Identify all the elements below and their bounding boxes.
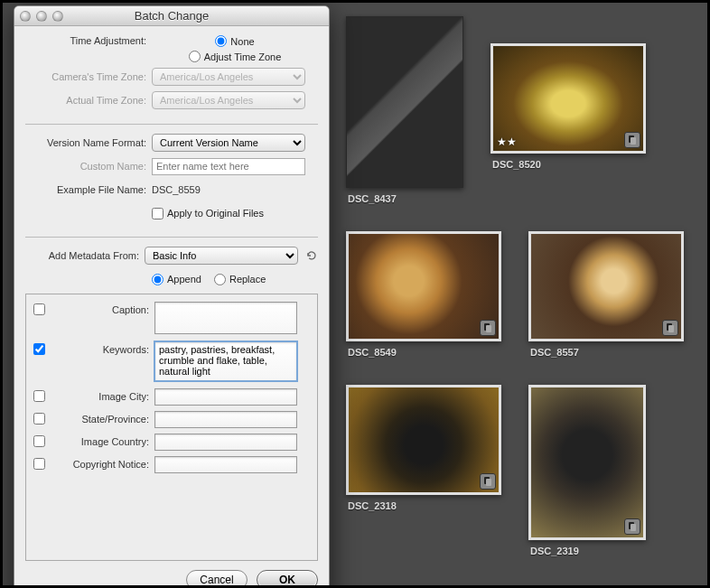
add-metadata-from-label: Add Metadata From:	[25, 250, 145, 261]
ok-button[interactable]: OK	[257, 570, 318, 588]
svg-rect-1	[631, 137, 636, 145]
actual-time-zone-select[interactable]: America/Los Angeles	[152, 91, 305, 109]
thumbnail-item[interactable]: ★★ DSC_8520	[490, 43, 646, 204]
keywords-label: Keywords:	[55, 341, 154, 355]
add-metadata-from-select[interactable]: Basic Info	[145, 247, 298, 265]
metadata-badge-icon	[480, 473, 496, 490]
caption-label: Caption:	[55, 302, 154, 315]
example-file-name-label: Example File Name:	[25, 184, 152, 195]
actual-time-zone-label: Actual Time Zone:	[25, 95, 152, 106]
caption-checkbox[interactable]	[33, 303, 45, 315]
thumbnail-label: DSC_8549	[346, 347, 501, 358]
image-country-input[interactable]	[154, 434, 297, 451]
copyright-checkbox[interactable]	[33, 458, 45, 470]
image-city-input[interactable]	[154, 388, 297, 406]
minimize-icon[interactable]	[36, 11, 47, 22]
copyright-label: Copyright Notice:	[55, 456, 154, 470]
batch-change-dialog: Batch Change Time Adjustment: None Adjus…	[14, 5, 330, 588]
radio-adjust-time-zone[interactable]: Adjust Time Zone	[189, 51, 282, 62]
example-file-name-value: DSC_8559	[152, 184, 201, 195]
svg-rect-7	[486, 479, 491, 486]
state-province-input[interactable]	[154, 411, 297, 428]
thumbnail-label: DSC_8557	[528, 347, 684, 358]
custom-name-label: Custom Name:	[25, 161, 152, 172]
thumbnail-item[interactable]: DSC_8557	[528, 231, 684, 358]
zoom-icon[interactable]	[52, 11, 63, 22]
cancel-button[interactable]: Cancel	[186, 570, 248, 588]
image-country-label: Image Country:	[55, 434, 154, 447]
thumbnail-label: DSC_8520	[490, 159, 646, 170]
titlebar: Batch Change	[14, 6, 329, 26]
image-country-checkbox[interactable]	[33, 435, 45, 447]
camera-time-zone-label: Camera's Time Zone:	[25, 71, 152, 82]
svg-rect-3	[486, 325, 491, 332]
metadata-badge-icon	[480, 320, 496, 336]
thumbnail-item[interactable]: DSC_8437	[346, 16, 463, 204]
dialog-title: Batch Change	[63, 9, 280, 23]
apply-to-original-checkbox[interactable]: Apply to Original Files	[152, 208, 264, 219]
state-province-checkbox[interactable]	[33, 413, 45, 425]
radio-append[interactable]: Append	[152, 274, 201, 285]
thumbnail-label: DSC_2319	[528, 546, 646, 556]
svg-rect-5	[668, 325, 674, 332]
state-province-label: State/Province:	[55, 411, 154, 425]
metadata-badge-icon	[624, 132, 640, 148]
keywords-input[interactable]: pastry, pastries, breakfast, crumble and…	[154, 341, 297, 381]
thumbnail-item[interactable]: DSC_2319	[528, 385, 646, 556]
close-icon[interactable]	[20, 11, 31, 22]
radio-replace[interactable]: Replace	[214, 274, 266, 285]
keywords-checkbox[interactable]	[33, 343, 45, 355]
thumbnail-item[interactable]: DSC_2318	[346, 385, 501, 556]
svg-rect-9	[631, 524, 636, 531]
rating-stars: ★★	[497, 135, 517, 148]
image-city-checkbox[interactable]	[33, 390, 45, 402]
reset-metadata-icon[interactable]	[305, 249, 318, 262]
caption-input[interactable]	[154, 302, 297, 334]
version-name-format-label: Version Name Format:	[25, 137, 152, 148]
metadata-badge-icon	[624, 518, 640, 535]
radio-none[interactable]: None	[215, 35, 254, 47]
custom-name-input[interactable]	[152, 158, 305, 175]
metadata-badge-icon	[662, 320, 678, 336]
version-name-format-select[interactable]: Current Version Name	[152, 134, 305, 152]
image-city-label: Image City:	[55, 388, 154, 402]
copyright-input[interactable]	[154, 456, 297, 473]
camera-time-zone-select[interactable]: America/Los Angeles	[152, 68, 305, 86]
thumbnail-item[interactable]: DSC_8549	[346, 231, 501, 358]
thumbnail-label: DSC_2318	[346, 500, 501, 511]
metadata-fields-list: Caption: Keywords: pastry, pastries, bre…	[25, 294, 318, 561]
thumbnail-label: DSC_8437	[346, 193, 463, 204]
time-adjustment-label: Time Adjustment:	[25, 35, 152, 46]
